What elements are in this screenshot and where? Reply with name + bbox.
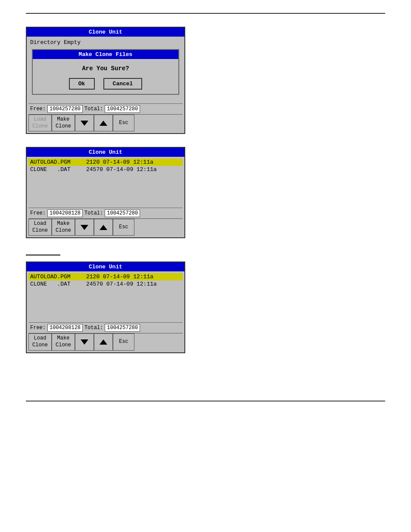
- file-row-3-0[interactable]: AUTOLOAD.PGM 2120 07-14-09 12:11a: [28, 273, 183, 280]
- load-clone-btn-3[interactable]: LoadClone: [28, 333, 52, 350]
- arrow-down-icon-2: [81, 225, 88, 230]
- make-clone-btn-2[interactable]: MakeClone: [52, 219, 75, 236]
- info-bar-2: Free: 1004208128 Total: 1004257280: [28, 208, 183, 218]
- clone-body-3: AUTOLOAD.PGM 2120 07-14-09 12:11a CLONE …: [27, 271, 184, 352]
- free-label-3: Free:: [30, 325, 46, 331]
- clone-body-2: AUTOLOAD.PGM 2120 07-14-09 12:11a CLONE …: [27, 157, 184, 237]
- btn-bar-2: LoadClone MakeClone Esc: [28, 218, 183, 236]
- make-clone-btn-1[interactable]: MakeClone: [52, 115, 75, 131]
- arrow-down-btn-1[interactable]: [75, 115, 94, 131]
- free-value-2: 1004208128: [47, 209, 83, 217]
- total-label-2: Total:: [84, 210, 103, 216]
- free-label-1: Free:: [30, 106, 46, 112]
- arrow-down-icon-1: [81, 121, 88, 126]
- file-name-3-1: CLONE .DAT: [30, 281, 86, 287]
- dialog-question: Are You Sure?: [40, 65, 171, 72]
- btn-bar-3: LoadClone MakeClone Esc: [28, 333, 183, 350]
- total-value-2: 1004257280: [105, 209, 140, 217]
- btn-bar-1: LoadClone MakeClone Esc: [28, 114, 183, 131]
- arrow-down-icon-3: [81, 339, 88, 345]
- arrow-up-icon-1: [100, 121, 107, 126]
- esc-btn-1[interactable]: Esc: [113, 115, 134, 131]
- load-clone-btn-2[interactable]: LoadClone: [28, 219, 52, 236]
- top-divider: [26, 13, 385, 14]
- arrow-down-btn-3[interactable]: [75, 333, 94, 350]
- free-value-1: 1004257280: [47, 105, 83, 113]
- file-name-2-0: AUTOLOAD.PGM: [30, 159, 86, 165]
- free-label-2: Free:: [30, 210, 46, 216]
- dialog-buttons: Ok Cancel: [40, 78, 171, 90]
- clone-window-1: Clone Unit Directory Empty Make Clone Fi…: [26, 27, 185, 134]
- total-value-1: 1004257280: [105, 105, 140, 113]
- spacer1: [28, 97, 183, 103]
- arrow-up-icon-2: [100, 225, 107, 230]
- ok-button[interactable]: Ok: [69, 78, 95, 90]
- total-value-3: 1004257280: [105, 324, 140, 332]
- file-info-2-0: 2120 07-14-09 12:11a: [86, 159, 181, 165]
- esc-btn-2[interactable]: Esc: [113, 219, 134, 236]
- bottom-divider: [26, 401, 385, 401]
- clone-title-1: Clone Unit: [27, 28, 184, 37]
- arrow-up-btn-3[interactable]: [94, 333, 113, 350]
- total-label-3: Total:: [84, 325, 103, 331]
- spacer3: [28, 288, 183, 322]
- file-info-3-1: 24570 07-14-09 12:11a: [86, 281, 181, 287]
- esc-btn-3[interactable]: Esc: [113, 333, 134, 350]
- cancel-button[interactable]: Cancel: [103, 78, 143, 90]
- file-name-2-1: CLONE .DAT: [30, 166, 86, 173]
- page-wrapper: Clone Unit Directory Empty Make Clone Fi…: [0, 0, 411, 532]
- info-bar-1: Free: 1004257280 Total: 1004257280: [28, 103, 183, 114]
- total-label-1: Total:: [84, 106, 103, 112]
- section-underline: [26, 255, 60, 255]
- load-clone-btn-1[interactable]: LoadClone: [28, 115, 52, 131]
- file-row-2-1[interactable]: CLONE .DAT 24570 07-14-09 12:11a: [28, 166, 183, 173]
- arrow-up-btn-1[interactable]: [94, 115, 113, 131]
- dialog-content: Are You Sure? Ok Cancel: [33, 59, 178, 94]
- file-name-3-0: AUTOLOAD.PGM: [30, 274, 86, 280]
- arrow-up-btn-2[interactable]: [94, 219, 113, 236]
- clone-body-1: Directory Empty Make Clone Files Are You…: [27, 37, 184, 133]
- arrow-up-icon-3: [100, 339, 107, 345]
- file-row-3-1[interactable]: CLONE .DAT 24570 07-14-09 12:11a: [28, 280, 183, 288]
- clone-title-2: Clone Unit: [27, 148, 184, 157]
- make-clone-btn-3[interactable]: MakeClone: [52, 333, 75, 350]
- arrow-down-btn-2[interactable]: [75, 219, 94, 236]
- dialog-title: Make Clone Files: [33, 50, 178, 59]
- file-info-3-0: 2120 07-14-09 12:11a: [86, 274, 181, 280]
- info-bar-3: Free: 1004208128 Total: 1004257280: [28, 322, 183, 333]
- clone-title-3: Clone Unit: [27, 262, 184, 271]
- spacer2: [28, 173, 183, 208]
- directory-label: Directory Empty: [28, 38, 183, 47]
- file-row-2-0[interactable]: AUTOLOAD.PGM 2120 07-14-09 12:11a: [28, 159, 183, 166]
- make-clone-dialog: Make Clone Files Are You Sure? Ok Cancel: [32, 49, 179, 95]
- clone-window-2: Clone Unit AUTOLOAD.PGM 2120 07-14-09 12…: [26, 147, 185, 238]
- free-value-3: 1004208128: [47, 324, 83, 332]
- clone-window-3: Clone Unit AUTOLOAD.PGM 2120 07-14-09 12…: [26, 261, 185, 353]
- bottom-spacer: [26, 366, 385, 388]
- file-info-2-1: 24570 07-14-09 12:11a: [86, 166, 181, 173]
